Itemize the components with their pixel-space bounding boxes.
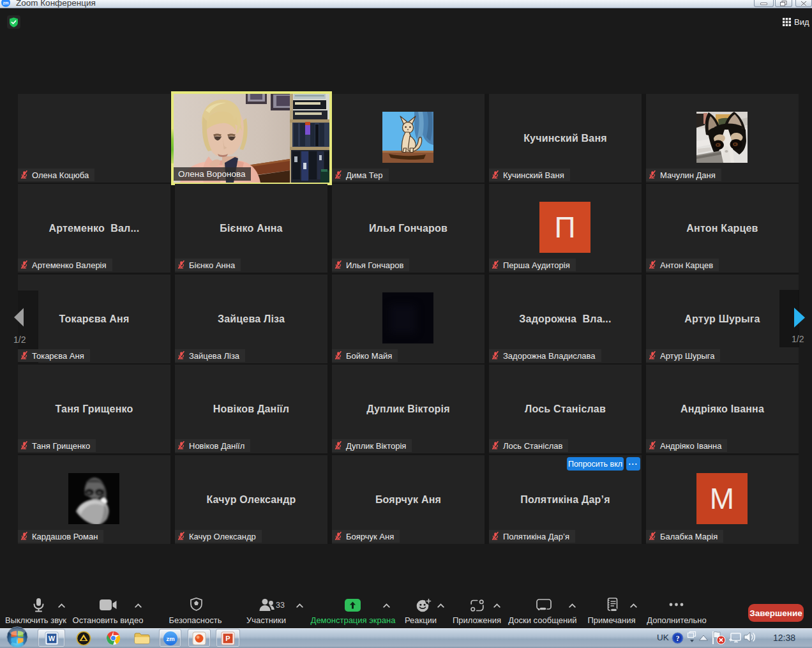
svg-text:P: P [225,635,230,642]
svg-text:zm: zm [166,635,174,642]
svg-text:?: ? [676,635,680,642]
svg-text:W: W [48,635,55,642]
